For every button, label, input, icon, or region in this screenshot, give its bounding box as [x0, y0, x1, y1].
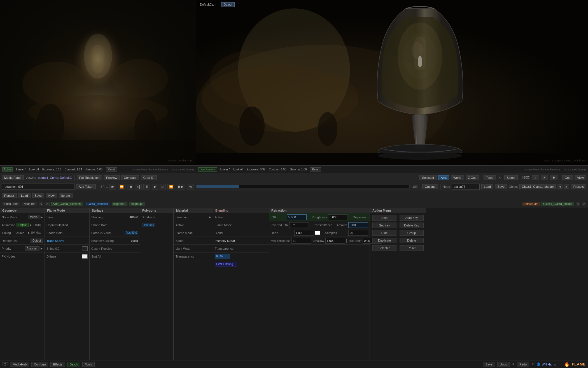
samples-value[interactable]: 20 [348, 230, 368, 236]
media-hub-button[interactable]: MediaHub [10, 362, 29, 367]
shader-prev-button[interactable]: < [576, 202, 580, 206]
render-load-button[interactable]: Load [18, 193, 30, 198]
z-occ-button[interactable]: Z Occ [466, 175, 479, 180]
transport-step-fwd-button[interactable]: ▶▶ [177, 184, 185, 189]
delete-key-button[interactable]: Delete Key [400, 223, 424, 228]
transport-fwd-button[interactable]: ⏩ [167, 184, 175, 189]
effects-button[interactable]: Effects [50, 362, 65, 367]
objgroup2-tag[interactable]: objgroup2 [129, 202, 145, 206]
globe-button[interactable]: ⊕ [550, 175, 557, 180]
output-button[interactable]: Output [221, 2, 235, 7]
shallow-swatch[interactable] [346, 239, 347, 243]
view-button[interactable]: View [575, 175, 586, 180]
deep-swatch[interactable] [315, 231, 320, 235]
deep-value[interactable]: 1.000 [294, 230, 314, 236]
trans-val-bar[interactable]: 65.0X [215, 254, 230, 259]
expand-button[interactable]: ⤢ [541, 175, 548, 180]
object-value-button[interactable]: Glass1_Glass1_shader... [519, 184, 556, 189]
analyzer-button[interactable]: Analyzer [25, 246, 39, 251]
batch-button[interactable]: Batch [67, 362, 80, 367]
amount-value[interactable]: 0.00 [348, 222, 368, 228]
add-token-button[interactable]: Add Token [76, 184, 96, 189]
grab-button[interactable]: Grab [1] [141, 175, 157, 180]
inverted-ior-value[interactable]: 0.2 [289, 222, 309, 228]
shallow-value[interactable]: 1.000 [325, 238, 345, 244]
node-save-button[interactable]: Save [495, 184, 507, 189]
options-button[interactable]: Options [422, 184, 438, 189]
default-cam-tag[interactable]: DefaultCam [522, 202, 540, 206]
media-button[interactable]: Media [28, 215, 39, 219]
transport-play-end-button[interactable]: ▷ [160, 184, 166, 189]
right-viewport[interactable]: DefaultCam Output action77::output1_Comp… [196, 0, 588, 165]
obj-prev-button[interactable]: ◀ [557, 184, 563, 189]
ior-value[interactable]: 5.000 [287, 214, 307, 220]
axis-button[interactable]: Axis [438, 175, 449, 180]
render-iterate-button[interactable]: Iterate [59, 193, 73, 198]
obj-next-button[interactable]: ▶ [564, 184, 569, 189]
redo-status-button[interactable]: Redo [517, 362, 529, 367]
node-bin-button[interactable]: Node Bin [22, 202, 37, 206]
conform-button[interactable]: Conform [31, 362, 48, 367]
transport-end-button[interactable]: ⏭ [187, 184, 193, 189]
node-next-button[interactable]: > [45, 202, 50, 206]
selected-action-button[interactable]: Selected [372, 245, 396, 251]
node-load-button[interactable]: Load [481, 184, 493, 189]
full-res-button[interactable]: Full Resolution [77, 175, 102, 180]
selected-button[interactable]: Selected [419, 175, 437, 180]
transport-back-button[interactable]: ⏪ [118, 184, 125, 189]
save-status-button[interactable]: Save [483, 362, 495, 367]
presets-button[interactable]: Presets [571, 184, 586, 189]
delete-button[interactable]: Delete [400, 238, 424, 243]
flame-mode-col: Flame Mode Blend Unpremultiplied Shade B… [45, 208, 90, 360]
preview-button[interactable]: Preview [104, 175, 120, 180]
node-name-input[interactable] [2, 184, 74, 190]
shader-next-button[interactable]: > [582, 202, 586, 206]
axis-node-tag[interactable]: Axis_Glass1_element1 [51, 202, 83, 206]
glass-node-tag[interactable]: Glass1_element1 [85, 202, 110, 206]
tools-button[interactable]: Tools [484, 175, 496, 180]
render-save-button[interactable]: Save [32, 193, 44, 198]
tools-status-button[interactable]: Tools [82, 362, 95, 367]
shader-tag[interactable]: Glass1_Glass1_shader [542, 202, 574, 206]
duplicate-button[interactable]: Duplicate [372, 238, 396, 243]
shading-row: Shading 40690 [90, 213, 140, 221]
min-thickness-value[interactable]: 10 [291, 238, 311, 244]
media-panel-button[interactable]: Media Panel [2, 175, 24, 180]
transport-pause-button[interactable]: ⏸ [143, 184, 150, 189]
node-value-input[interactable] [452, 184, 480, 190]
render-button[interactable]: Render [2, 193, 17, 198]
transport-to-mark-button[interactable]: ◁| [135, 184, 142, 189]
compare-button[interactable]: Compare [121, 175, 139, 180]
refraction-header: Refraction [269, 208, 370, 213]
auto-key-button[interactable]: Auto Key [400, 215, 424, 221]
transport-play-button[interactable]: ▶ [152, 184, 158, 189]
node-prev-button[interactable]: < [39, 202, 43, 206]
transport-step-back-button[interactable]: ◀ [127, 184, 133, 189]
batch-prefs-button[interactable]: Batch Prefs [2, 202, 20, 206]
right-color-mode: Linear * [220, 168, 230, 171]
shine-swatch[interactable] [82, 246, 88, 251]
world-button[interactable]: World [451, 175, 464, 180]
output-button2[interactable]: Output [31, 239, 43, 243]
select-button[interactable]: Select [504, 175, 518, 180]
ewa-bar[interactable]: EWA Filtering [215, 262, 237, 267]
render-new-button[interactable]: New [46, 193, 57, 198]
grid-button[interactable]: Grid [562, 175, 573, 180]
timeline-bar[interactable] [196, 185, 410, 188]
transport-start-button[interactable]: ⏮ [109, 184, 116, 189]
surface-header: Surface [90, 208, 140, 213]
group-button[interactable]: Group [400, 230, 424, 236]
undo-status-button[interactable]: Undo [497, 362, 510, 367]
hide-button[interactable]: Hide [372, 230, 396, 236]
object-button[interactable]: Object [17, 223, 29, 227]
reset-action-button[interactable]: Reset [400, 245, 424, 251]
objgroup1-tag[interactable]: objgroup1 [112, 202, 127, 206]
solo-button[interactable]: Solo [372, 215, 396, 221]
left-reset-button[interactable]: Reset [106, 167, 117, 172]
right-reset-button[interactable]: Reset [310, 167, 321, 172]
diffuse-swatch[interactable] [82, 254, 88, 259]
roughness-value[interactable]: 0.000 [328, 214, 348, 220]
home-icon-button[interactable]: ⌂ [532, 175, 539, 180]
left-viewport[interactable]: action77::Media:Fron... [0, 0, 196, 165]
set-key-button[interactable]: Set Key [372, 223, 396, 228]
